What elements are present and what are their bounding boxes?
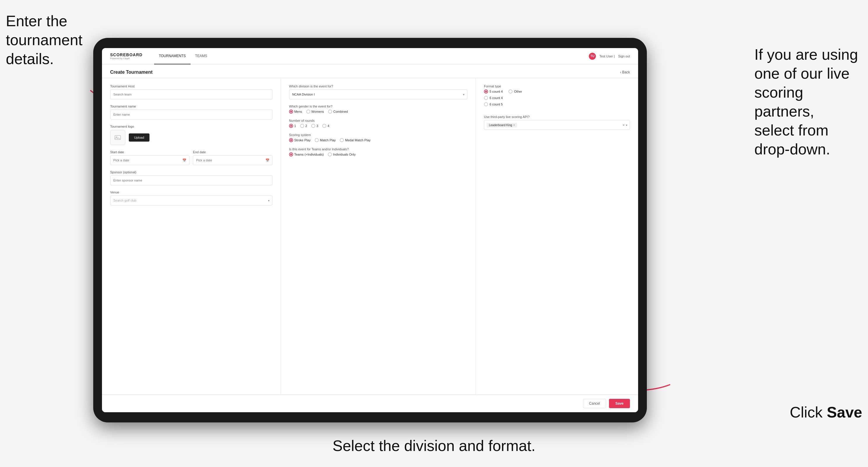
sponsor-input[interactable]: [110, 176, 273, 185]
format-other-radio[interactable]: [508, 89, 513, 94]
format-5count4-label: 5 count 4: [490, 90, 503, 93]
rounds-3-label: 3: [316, 124, 318, 128]
live-scoring-group: Use third-party live scoring API? Leader…: [484, 115, 630, 130]
format-row-2: 6 count 4: [484, 96, 630, 100]
rounds-radio-group: 1 2 3 4: [289, 124, 467, 128]
nav-user-avatar: TU: [589, 53, 596, 60]
individuals-only-radio[interactable]: [328, 152, 332, 156]
start-date-label: Start date: [110, 150, 189, 154]
format-5count4-radio[interactable]: [484, 89, 488, 94]
tablet-screen: SCOREBOARD Powered by Clippit TOURNAMENT…: [102, 48, 638, 412]
rounds-3[interactable]: 3: [311, 124, 318, 128]
tournament-name-label: Tournament name: [110, 104, 273, 108]
tournament-host-input[interactable]: [110, 89, 273, 99]
nav-link-teams[interactable]: TEAMS: [191, 48, 212, 64]
rounds-group: Number of rounds 1 2: [289, 119, 467, 128]
venue-select[interactable]: Search golf club: [110, 195, 273, 206]
tournament-name-input[interactable]: [110, 110, 273, 119]
tablet-device: SCOREBOARD Powered by Clippit TOURNAMENT…: [93, 38, 647, 423]
teams-group: Is this event for Teams and/or Individua…: [289, 148, 467, 156]
nav-sign-out[interactable]: Sign out: [618, 55, 630, 58]
gender-radio-group: Mens Womens Combined: [289, 110, 467, 114]
teams-plus-individuals[interactable]: Teams (+Individuals): [289, 152, 324, 156]
start-date-input[interactable]: [110, 155, 189, 165]
live-scoring-tag-text: Leaderboard King: [489, 124, 512, 127]
live-scoring-tag: Leaderboard King ×: [487, 123, 517, 127]
logo-upload-area: Upload: [110, 130, 273, 145]
rounds-3-radio[interactable]: [311, 124, 315, 128]
gender-mens-radio[interactable]: [289, 110, 293, 114]
end-date-label: End date: [193, 150, 272, 154]
gender-label: Which gender is the event for?: [289, 104, 467, 108]
page-title: Create Tournament: [110, 70, 153, 75]
venue-label: Venue: [110, 190, 273, 194]
scoring-match-label: Match Play: [320, 138, 336, 142]
format-6count4-label: 6 count 4: [490, 96, 503, 100]
sponsor-label: Sponsor (optional): [110, 170, 273, 174]
tournament-logo-group: Tournament logo Upload: [110, 125, 273, 145]
annotation-bottom-center: Select the division and format.: [333, 436, 535, 455]
clear-icon[interactable]: ✕: [622, 124, 625, 127]
live-scoring-tag-close[interactable]: ×: [514, 124, 515, 127]
format-6count5-radio[interactable]: [484, 102, 488, 106]
tournament-host-label: Tournament Host: [110, 85, 273, 88]
live-scoring-actions: ✕ ▾: [622, 124, 627, 127]
gender-mens[interactable]: Mens: [289, 110, 302, 114]
rounds-2[interactable]: 2: [300, 124, 307, 128]
sponsor-group: Sponsor (optional): [110, 170, 273, 185]
end-date-input[interactable]: [193, 155, 272, 165]
nav-right: TU Test User | Sign out: [589, 53, 630, 60]
format-6count4-radio[interactable]: [484, 96, 488, 100]
individuals-only[interactable]: Individuals Only: [328, 152, 356, 156]
format-6count5[interactable]: 6 count 5: [484, 102, 503, 106]
rounds-label: Number of rounds: [289, 119, 467, 122]
scoring-match[interactable]: Match Play: [315, 138, 336, 142]
upload-button[interactable]: Upload: [129, 133, 150, 142]
cancel-button[interactable]: Cancel: [583, 399, 606, 408]
scoring-stroke-radio[interactable]: [289, 138, 293, 142]
gender-combined-radio[interactable]: [328, 110, 332, 114]
scoring-medal-match[interactable]: Medal Match Play: [340, 138, 370, 142]
format-other[interactable]: Other: [508, 89, 522, 94]
gender-combined[interactable]: Combined: [328, 110, 348, 114]
teams-label: Is this event for Teams and/or Individua…: [289, 148, 467, 151]
teams-radio-group: Teams (+Individuals) Individuals Only: [289, 152, 467, 156]
format-row-3: 6 count 5: [484, 102, 630, 106]
rounds-1-radio[interactable]: [289, 124, 293, 128]
rounds-1-label: 1: [294, 124, 296, 128]
gender-group: Which gender is the event for? Mens Wome…: [289, 104, 467, 114]
teams-plus-radio[interactable]: [289, 152, 293, 156]
nav-logo-title: SCOREBOARD: [110, 53, 143, 57]
page-header: Create Tournament Back: [102, 64, 638, 78]
gender-womens-label: Womens: [311, 110, 324, 113]
gender-womens[interactable]: Womens: [306, 110, 324, 114]
form-body: Tournament Host Tournament name Tourname…: [102, 78, 638, 395]
format-type-label: Format type: [484, 85, 630, 88]
form-footer: Cancel Save: [102, 395, 638, 412]
scoring-medal-radio[interactable]: [340, 138, 344, 142]
nav-logo: SCOREBOARD Powered by Clippit: [110, 53, 143, 60]
nav-user-label: Test User |: [599, 55, 615, 58]
back-link[interactable]: Back: [620, 70, 630, 74]
format-6count4[interactable]: 6 count 4: [484, 96, 503, 100]
nav-link-tournaments[interactable]: TOURNAMENTS: [154, 48, 190, 64]
rounds-4-radio[interactable]: [322, 124, 326, 128]
division-select[interactable]: NCAA Division I: [289, 89, 467, 99]
scoring-match-radio[interactable]: [315, 138, 319, 142]
chevron-down-icon[interactable]: ▾: [626, 124, 627, 127]
rounds-1[interactable]: 1: [289, 124, 296, 128]
division-group: Which division is the event for? NCAA Di…: [289, 85, 467, 99]
rounds-4[interactable]: 4: [322, 124, 329, 128]
venue-group: Venue Search golf club ▾: [110, 190, 273, 206]
live-scoring-input-wrapper: Leaderboard King × ✕ ▾: [484, 120, 630, 130]
format-other-label: Other: [514, 90, 522, 93]
gender-womens-radio[interactable]: [306, 110, 310, 114]
scoring-stroke[interactable]: Stroke Play: [289, 138, 311, 142]
rounds-4-label: 4: [328, 124, 329, 128]
format-5count4[interactable]: 5 count 4: [484, 89, 503, 94]
rounds-2-radio[interactable]: [300, 124, 304, 128]
format-row-1: 5 count 4 Other: [484, 89, 630, 94]
save-button[interactable]: Save: [609, 399, 630, 408]
format-6count5-label: 6 count 5: [490, 102, 503, 106]
gender-mens-label: Mens: [294, 110, 302, 113]
